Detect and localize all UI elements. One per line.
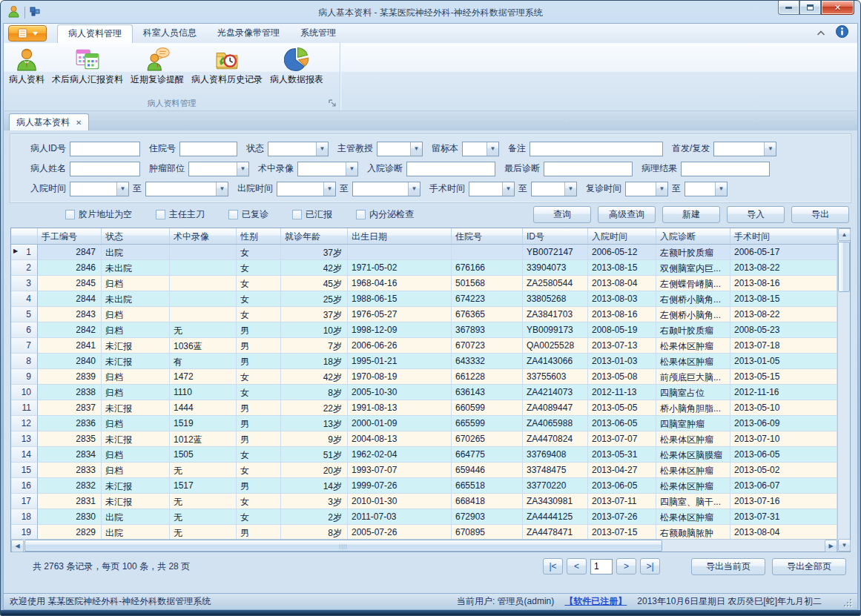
column-header[interactable]: 入院诊断 — [656, 228, 730, 244]
column-header[interactable]: 入院时间 — [588, 228, 656, 244]
column-header[interactable]: 就诊年龄 — [281, 228, 348, 244]
table-row[interactable]: 92839归档1472女42岁1970-08-19661228337556032… — [11, 369, 837, 385]
table-row[interactable]: ▶12847出院女37岁YB00721472006-05-12左额叶胶质瘤200… — [11, 245, 837, 260]
minimize-button[interactable] — [778, 1, 799, 15]
horizontal-scrollbar[interactable]: ◀ |||| ▶ — [11, 539, 837, 552]
filter-combo[interactable]: ▼ — [268, 142, 329, 156]
close-tab-icon[interactable]: ✕ — [76, 119, 82, 127]
filter-input[interactable] — [179, 142, 237, 156]
chevron-down-icon[interactable]: ▼ — [715, 182, 727, 196]
horizontal-scroll-thumb[interactable]: |||| — [24, 540, 662, 552]
chevron-down-icon[interactable]: ▼ — [764, 142, 776, 156]
table-row[interactable]: 82840未汇报有男18岁1995-01-21643332ZA414306620… — [11, 354, 837, 369]
column-header[interactable]: 性别 — [237, 228, 281, 244]
table-row[interactable]: 62842归档无男10岁1998-12-09367893YB0099173200… — [11, 322, 837, 338]
close-button[interactable]: ✕ — [821, 1, 854, 15]
scroll-up-icon[interactable]: ▲ — [838, 228, 851, 241]
horizontal-scroll-track[interactable] — [663, 540, 825, 552]
query-button[interactable]: 查询 — [533, 206, 591, 223]
chevron-down-icon[interactable]: ▼ — [237, 162, 248, 176]
chevron-down-icon[interactable]: ▼ — [316, 142, 328, 156]
ribbon-tab[interactable]: 光盘录像带管理 — [207, 24, 290, 43]
ribbon-button[interactable]: 病人数据报表 — [266, 45, 327, 87]
chevron-down-icon[interactable]: ▼ — [116, 182, 128, 196]
checkbox-box[interactable] — [356, 210, 366, 219]
maximize-button[interactable] — [799, 1, 821, 15]
scroll-right-icon[interactable]: ▶ — [825, 540, 837, 552]
table-row[interactable]: 162832未汇报1517男14岁1999-07-266655183377022… — [11, 478, 837, 494]
table-row[interactable]: 152833归档无女20岁1993-07-0765944633748475201… — [11, 463, 837, 478]
table-row[interactable]: 112837未汇报1444男22岁1991-08-13660599ZA40894… — [11, 400, 837, 416]
filter-combo[interactable]: ▼ — [531, 182, 577, 196]
ribbon-button[interactable]: 病人资料历史记录 — [188, 45, 266, 87]
column-header[interactable]: 手工编号 — [38, 228, 102, 244]
ribbon-tab[interactable]: 科室人员信息 — [133, 24, 207, 43]
filter-input[interactable] — [70, 142, 140, 156]
advanced-query-button[interactable]: 高级查询 — [598, 206, 656, 223]
vertical-scroll-thumb[interactable] — [838, 242, 850, 292]
table-row[interactable]: 132835未汇报1012蓝男9岁2004-08-13670265ZA44708… — [11, 431, 837, 447]
page-number-input[interactable] — [590, 559, 613, 574]
next-page-button[interactable]: > — [616, 558, 636, 574]
chevron-down-icon[interactable]: ▼ — [564, 182, 576, 196]
filter-combo[interactable]: ▼ — [145, 182, 228, 196]
chevron-down-icon[interactable]: ▼ — [502, 182, 514, 196]
export-button[interactable]: 导出 — [791, 206, 849, 223]
ribbon-button[interactable]: 近期复诊提醒 — [127, 45, 188, 87]
filter-combo[interactable]: ▼ — [462, 142, 499, 156]
column-header[interactable]: 术中录像 — [170, 228, 237, 244]
filter-combo[interactable]: ▼ — [277, 182, 336, 196]
chevron-down-icon[interactable]: ▼ — [408, 182, 420, 196]
filter-combo[interactable]: ▼ — [713, 142, 776, 156]
table-row[interactable]: 192829出院无男8岁2005-07-26670895ZA4478471201… — [11, 525, 837, 539]
chevron-down-icon[interactable]: ▼ — [323, 182, 335, 196]
filter-combo[interactable]: ▼ — [625, 182, 668, 196]
checkbox-box[interactable] — [292, 210, 302, 219]
collapse-ribbon-button[interactable] — [817, 27, 825, 38]
filter-combo[interactable]: ▼ — [377, 142, 423, 156]
filter-input[interactable] — [681, 162, 770, 176]
filter-combo[interactable]: ▼ — [188, 162, 249, 176]
scroll-left-icon[interactable]: ◀ — [11, 540, 24, 552]
vertical-scrollbar[interactable]: ▲ ▼ — [837, 228, 850, 552]
filter-combo[interactable]: ▼ — [297, 162, 358, 176]
table-row[interactable]: 22846未出院女42岁1971-05-02676166339040732013… — [11, 260, 837, 276]
table-row[interactable]: 52843归档女37岁1976-05-27676365ZA38417032013… — [11, 307, 837, 322]
vertical-scroll-track[interactable] — [838, 293, 850, 539]
export-all-pages-button[interactable]: 导出全部页 — [772, 558, 846, 575]
prev-page-button[interactable]: < — [567, 558, 587, 574]
column-header[interactable]: 住院号 — [452, 228, 523, 244]
table-row[interactable]: 122836归档1519男13岁2000-01-09665599ZA406598… — [11, 416, 837, 431]
checkbox-box[interactable] — [65, 210, 75, 219]
chevron-down-icon[interactable]: ▼ — [486, 142, 498, 156]
chevron-down-icon[interactable]: ▼ — [410, 142, 422, 156]
column-header[interactable]: ID号 — [523, 228, 588, 244]
ribbon-tab[interactable]: 病人资料管理 — [57, 24, 133, 43]
table-row[interactable]: 32845归档女45岁1968-04-16501568ZA25805442013… — [11, 276, 837, 291]
first-page-button[interactable]: |< — [543, 558, 563, 574]
scroll-down-icon[interactable]: ▼ — [838, 539, 851, 552]
column-header[interactable]: 出生日期 — [348, 228, 452, 244]
table-row[interactable]: 42844未出院女25岁1988-06-15674223338052682013… — [11, 291, 837, 307]
filter-combo[interactable]: ▼ — [469, 182, 515, 196]
filter-checkbox[interactable]: 主任主刀 — [156, 208, 205, 221]
table-row[interactable]: 72841未汇报1036蓝男7岁2006-06-26670723QA002552… — [11, 338, 837, 354]
document-tab[interactable]: 病人基本资料 ✕ — [9, 113, 89, 130]
filter-checkbox[interactable]: 内分泌检查 — [356, 208, 414, 221]
filter-checkbox[interactable]: 已复诊 — [228, 208, 268, 221]
filter-input[interactable] — [70, 162, 140, 176]
registration-status-link[interactable]: 【软件已注册】 — [564, 595, 627, 608]
last-page-button[interactable]: >| — [640, 558, 660, 574]
quick-access-icon[interactable] — [30, 6, 41, 19]
chevron-down-icon[interactable]: ▼ — [346, 162, 357, 176]
ribbon-button[interactable]: 病人资料 — [5, 45, 48, 87]
filter-checkbox[interactable]: 已汇报 — [292, 208, 332, 221]
group-dialog-launcher[interactable] — [329, 99, 337, 107]
filter-combo[interactable]: ▼ — [684, 182, 728, 196]
export-current-page-button[interactable]: 导出当前页 — [691, 558, 765, 575]
filter-input[interactable] — [530, 142, 663, 156]
chevron-down-icon[interactable]: ▼ — [216, 182, 228, 196]
help-icon[interactable] — [836, 25, 848, 40]
filter-combo[interactable]: ▼ — [70, 182, 129, 196]
ribbon-tab[interactable]: 系统管理 — [290, 24, 346, 43]
